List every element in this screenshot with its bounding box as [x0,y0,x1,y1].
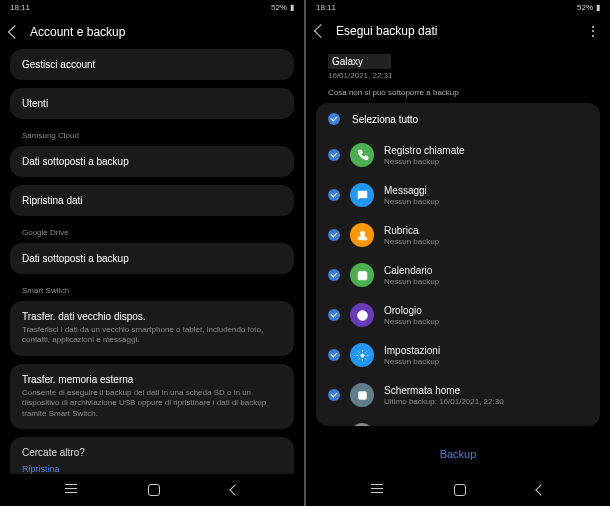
section-google-drive: Google Drive [10,224,294,243]
clock-icon [350,303,374,327]
back-icon[interactable] [314,24,328,38]
item-subtitle: Nessun backup [384,317,588,326]
checkbox-icon[interactable] [328,149,340,161]
item-title: Calendario [384,265,588,276]
screen-backup-data: 18:11 52%▮ Esegui backup dati ⋮ Galaxy 1… [306,0,610,506]
svg-point-2 [360,231,364,235]
header: Esegui backup dati ⋮ [306,15,610,47]
link-restore[interactable]: Ripristina [22,464,282,474]
backup-item[interactable]: Rubrica Nessun backup [316,215,600,255]
contact-icon [350,223,374,247]
item-restore[interactable]: Ripristina dati [10,185,294,216]
page-title: Account e backup [30,25,284,39]
item-title: Impostazioni [384,345,588,356]
checkbox-icon[interactable] [328,309,340,321]
more-icon[interactable]: ⋮ [586,23,600,39]
svg-point-5 [360,353,363,356]
item-title: Rubrica [384,225,588,236]
header: Account e backup [0,15,304,49]
nav-home[interactable] [454,484,466,496]
item-transfer-external[interactable]: Trasfer. memoria esterna Consente di ese… [10,364,294,429]
navbar [306,474,610,506]
backup-item[interactable]: Registro chiamate Nessun backup [316,135,600,175]
msg-icon [350,183,374,207]
item-users[interactable]: Utenti [10,88,294,119]
backup-list: Seleziona tutto Registro chiamate Nessun… [316,103,600,426]
page-title: Esegui backup dati [336,24,576,38]
nav-back[interactable] [229,484,240,495]
home-icon [350,383,374,407]
nav-back[interactable] [535,484,546,495]
status-time: 18:11 [10,3,30,12]
more-title: Cercate altro? [22,447,282,458]
backup-item[interactable]: Orologio Nessun backup [316,295,600,335]
item-subtitle: Nessun backup [384,197,588,206]
device-name: Galaxy [328,54,391,69]
apps-icon [350,423,374,426]
statusbar: 18:11 52%▮ [0,0,304,15]
backup-button[interactable]: Backup [316,434,600,474]
gear-icon [350,343,374,367]
looking-for-more: Cercate altro? Ripristina Samsung Cloud [10,437,294,474]
item-title: Messaggi [384,185,588,196]
statusbar: 18:11 52%▮ [306,0,610,15]
section-smart-switch: Smart Switch [10,282,294,301]
back-icon[interactable] [8,25,22,39]
cal-icon [350,263,374,287]
backup-note[interactable]: Cosa non si può sottoporre a backup [316,82,600,103]
select-all[interactable]: Seleziona tutto [316,103,600,135]
item-subtitle: Consente di eseguire il backup dei dati … [22,388,282,419]
phone-icon [350,143,374,167]
device-info: Galaxy 16/01/2021, 22:31 [316,47,600,82]
item-title: Trasfer. dati vecchio dispos. [22,311,282,322]
section-samsung-cloud: Samsung Cloud [10,127,294,146]
item-subtitle: Nessun backup [384,357,588,366]
backup-item[interactable]: Impostazioni Nessun backup [316,335,600,375]
svg-point-7 [360,393,363,396]
checkbox-icon[interactable] [328,229,340,241]
item-subtitle: Nessun backup [384,277,588,286]
item-transfer-old[interactable]: Trasfer. dati vecchio dispos. Trasferisc… [10,301,294,356]
backup-item[interactable]: Applicazioni Ultimo backup: 16/01/2021, … [316,415,600,426]
item-title: Trasfer. memoria esterna [22,374,282,385]
nav-home[interactable] [148,484,160,496]
svg-rect-3 [358,271,367,279]
backup-item[interactable]: Schermata home Ultimo backup: 16/01/2021… [316,375,600,415]
item-subtitle: Nessun backup [384,157,588,166]
checkbox-icon[interactable] [328,113,340,125]
backup-item[interactable]: Messaggi Nessun backup [316,175,600,215]
item-subtitle: Ultimo backup: 16/01/2021, 22:30 [384,397,588,406]
status-time: 18:11 [316,3,336,12]
checkbox-icon[interactable] [328,389,340,401]
item-backup-google[interactable]: Dati sottoposti a backup [10,243,294,274]
device-date: 16/01/2021, 22:31 [328,71,588,80]
checkbox-icon[interactable] [328,189,340,201]
nav-recent[interactable] [65,488,77,493]
backup-item[interactable]: Calendario Nessun backup [316,255,600,295]
item-subtitle: Trasferisci i dati da un vecchio smartph… [22,325,282,346]
item-title: Applicazioni [384,425,588,427]
checkbox-icon[interactable] [328,349,340,361]
status-battery: 52% [271,3,287,12]
item-subtitle: Nessun backup [384,237,588,246]
item-backup-samsung[interactable]: Dati sottoposti a backup [10,146,294,177]
navbar [0,474,304,506]
item-title: Orologio [384,305,588,316]
item-title: Schermata home [384,385,588,396]
checkbox-icon[interactable] [328,269,340,281]
item-manage-accounts[interactable]: Gestisci account [10,49,294,80]
select-all-label: Seleziona tutto [352,114,418,125]
screen-accounts-backup: 18:11 52%▮ Account e backup Gestisci acc… [0,0,304,506]
status-battery: 52% [577,3,593,12]
nav-recent[interactable] [371,488,383,493]
item-title: Registro chiamate [384,145,588,156]
